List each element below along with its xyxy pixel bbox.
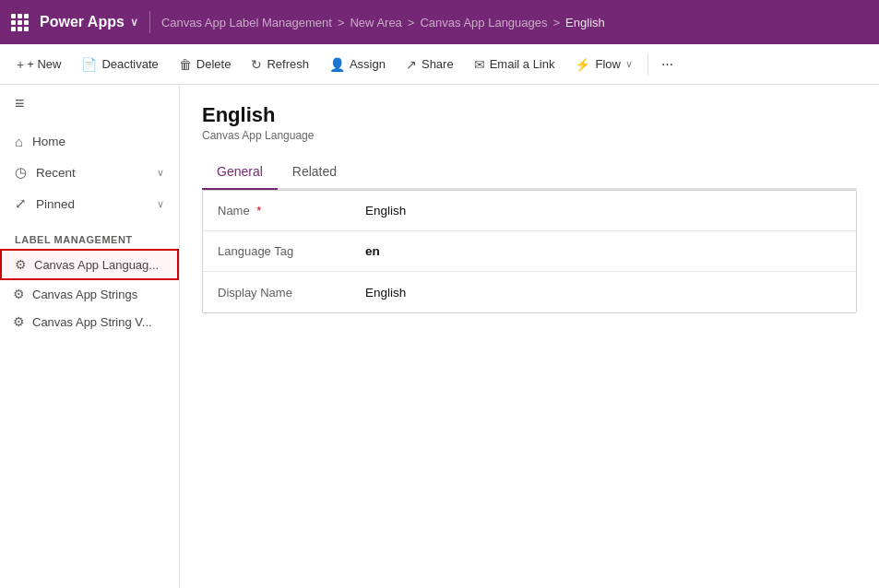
breadcrumb-section[interactable]: Canvas App Languages: [420, 16, 547, 29]
sidebar-item-pinned[interactable]: ⤢ Pinned ∨: [0, 188, 179, 219]
layout: ≡ ⌂ Home ◷ Recent ∨ ⤢ Pinned ∨ Label Man…: [0, 85, 879, 588]
app-name: Power Apps: [40, 14, 125, 30]
assign-icon: 👤: [329, 57, 345, 72]
share-label: Share: [422, 57, 454, 71]
sidebar-recent-label: Recent: [36, 166, 76, 180]
delete-button[interactable]: 🗑 Delete: [170, 52, 241, 77]
breadcrumb-current: English: [565, 16, 605, 29]
topbar-divider: [149, 11, 150, 33]
new-button[interactable]: + + New: [7, 52, 70, 77]
field-label-name: Name *: [218, 204, 365, 218]
sidebar-section-title: Label Management: [0, 223, 179, 249]
sidebar-canvas-app-strings-label: Canvas App Strings: [32, 288, 137, 301]
form-row-language-tag: Language Tag en: [203, 231, 856, 272]
waffle-icon[interactable]: [11, 14, 29, 31]
new-icon: +: [17, 57, 24, 72]
breadcrumb-sep3: >: [553, 16, 561, 29]
email-button[interactable]: ✉ Email a Link: [465, 52, 564, 77]
share-button[interactable]: ↗ Share: [397, 52, 463, 77]
app-brand[interactable]: Power Apps ∨: [40, 14, 138, 30]
sidebar-item-canvas-app-language[interactable]: ⚙ Canvas App Languag...: [0, 249, 179, 280]
refresh-icon: ↻: [251, 57, 262, 72]
deactivate-icon: 📄: [81, 57, 97, 72]
delete-icon: 🗑: [179, 57, 192, 72]
deactivate-button[interactable]: 📄 Deactivate: [72, 52, 167, 77]
sidebar-item-recent[interactable]: ◷ Recent ∨: [0, 157, 179, 188]
deactivate-label: Deactivate: [101, 57, 158, 71]
commandbar: + + New 📄 Deactivate 🗑 Delete ↻ Refresh …: [0, 44, 879, 85]
sidebar: ≡ ⌂ Home ◷ Recent ∨ ⤢ Pinned ∨ Label Man…: [0, 85, 180, 588]
field-label-display-name: Display Name: [218, 286, 365, 300]
recent-icon: ◷: [15, 164, 27, 181]
flow-label: Flow: [595, 57, 620, 71]
breadcrumb-sep1: >: [338, 16, 345, 29]
sidebar-item-canvas-app-strings[interactable]: ⚙ Canvas App Strings: [0, 280, 179, 308]
sidebar-canvas-app-stringv-label: Canvas App String V...: [32, 315, 152, 329]
entity-stringv-icon: ⚙: [13, 314, 25, 329]
breadcrumb: Canvas App Label Management > New Area >…: [161, 16, 605, 29]
tab-related[interactable]: Related: [278, 157, 351, 190]
record-tabs: General Related: [202, 157, 857, 190]
topbar: Power Apps ∨ Canvas App Label Management…: [0, 0, 879, 44]
sidebar-pinned-label: Pinned: [36, 197, 75, 211]
cmd-separator: [647, 53, 648, 76]
field-value-display-name[interactable]: English: [365, 286, 406, 300]
delete-label: Delete: [196, 57, 232, 71]
more-button[interactable]: ⋯: [654, 52, 681, 76]
breadcrumb-nav-label: Canvas App Label Management: [161, 16, 332, 29]
email-icon: ✉: [474, 57, 485, 72]
form-row-name: Name * English: [203, 191, 856, 231]
assign-button[interactable]: 👤 Assign: [320, 52, 395, 77]
pinned-chevron-icon: ∨: [157, 198, 164, 210]
entity-language-icon: ⚙: [15, 257, 27, 272]
record-subtitle: Canvas App Language: [202, 129, 857, 142]
field-value-language-tag[interactable]: en: [365, 244, 380, 258]
required-asterisk: *: [256, 204, 261, 218]
flow-chevron-icon: ∨: [625, 58, 633, 70]
sidebar-home-label: Home: [32, 135, 65, 148]
main-content: English Canvas App Language General Rela…: [180, 85, 879, 588]
pinned-icon: ⤢: [15, 195, 27, 212]
sidebar-toggle[interactable]: ≡: [0, 85, 179, 123]
refresh-label: Refresh: [267, 57, 309, 71]
field-label-language-tag: Language Tag: [218, 244, 365, 258]
tab-general[interactable]: General: [202, 157, 278, 190]
breadcrumb-sep2: >: [408, 16, 415, 29]
record-title: English: [202, 103, 857, 127]
email-label: Email a Link: [490, 57, 555, 71]
sidebar-canvas-app-language-label: Canvas App Languag...: [34, 258, 159, 272]
field-value-name[interactable]: English: [365, 204, 406, 218]
more-icon: ⋯: [661, 57, 673, 71]
sidebar-item-home[interactable]: ⌂ Home: [0, 126, 179, 157]
breadcrumb-area[interactable]: New Area: [350, 16, 401, 29]
refresh-button[interactable]: ↻ Refresh: [242, 52, 318, 77]
share-icon: ↗: [406, 57, 417, 72]
recent-chevron-icon: ∨: [157, 167, 164, 179]
entity-strings-icon: ⚙: [13, 287, 25, 301]
assign-label: Assign: [350, 57, 386, 71]
form-row-display-name: Display Name English: [203, 272, 856, 312]
sidebar-nav: ⌂ Home ◷ Recent ∨ ⤢ Pinned ∨: [0, 123, 179, 223]
home-icon: ⌂: [15, 134, 23, 149]
app-chevron-icon: ∨: [130, 16, 138, 29]
flow-icon: ⚡: [575, 57, 590, 72]
flow-button[interactable]: ⚡ Flow ∨: [565, 52, 641, 77]
new-label: + New: [27, 57, 61, 71]
form-section: Name * English Language Tag en Display N…: [202, 190, 857, 313]
sidebar-item-canvas-app-string-v[interactable]: ⚙ Canvas App String V...: [0, 308, 179, 335]
